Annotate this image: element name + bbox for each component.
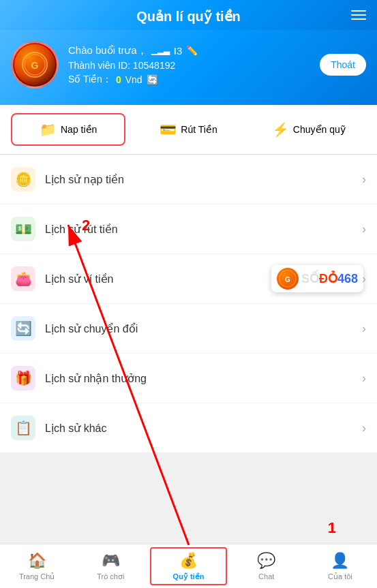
rut-icon: 💳 bbox=[160, 121, 177, 138]
menu-item-lich-su-rut[interactable]: 💵 Lịch sử rút tiền › bbox=[0, 204, 377, 254]
balance-amount: 0 bbox=[116, 74, 121, 85]
chuyen-history-icon: 🔄 bbox=[11, 316, 35, 341]
nav-quy-tien[interactable]: 💰 Quỹ tiền bbox=[150, 547, 226, 585]
refresh-icon[interactable]: 🔄 bbox=[147, 74, 158, 85]
tab-chuyen-label: Chuyển quỹ bbox=[293, 124, 346, 135]
header: Quản lí quỹ tiền bbox=[0, 0, 377, 30]
menu-line-2 bbox=[351, 14, 366, 16]
nhan-history-icon: 🎁 bbox=[11, 366, 35, 390]
chevron-icon-2: › bbox=[362, 222, 366, 236]
menu-item-lich-su-vi[interactable]: 👛 Lịch sử ví tiền G SỐĐỎ468 bbox=[0, 254, 377, 304]
content-area: 📁 Nap tiền 💳 Rút Tiền ⚡ Chuyển quỹ 🪙 Lịc… bbox=[0, 105, 377, 497]
tab-rut-label: Rút Tiền bbox=[181, 124, 217, 135]
bottom-nav: 🏠 Trang Chủ 🎮 Trò chơi 💰 Quỹ tiền 💬 Chat… bbox=[0, 544, 377, 588]
menu-line-3 bbox=[351, 18, 366, 20]
username: I3 bbox=[174, 45, 183, 57]
nap-history-icon: 🪙 bbox=[11, 167, 35, 191]
nav-cua-toi[interactable]: 👤 Của tôi bbox=[303, 544, 377, 588]
tab-section: 📁 Nap tiền 💳 Rút Tiền ⚡ Chuyển quỹ bbox=[0, 105, 377, 155]
rut-history-label: Lịch sử rút tiền bbox=[45, 223, 362, 236]
annotation-label-1: 1 bbox=[328, 519, 336, 537]
chuyen-icon: ⚡ bbox=[272, 121, 289, 138]
chevron-icon-5: › bbox=[362, 371, 366, 386]
avatar-inner: G bbox=[14, 44, 55, 85]
chevron-icon-1: › bbox=[362, 172, 366, 187]
user-balance-row: Số Tiền： 0 Vnd 🔄 bbox=[68, 74, 310, 86]
menu-item-lich-su-nap[interactable]: 🪙 Lịch sử nạp tiền › bbox=[0, 155, 377, 204]
user-info: Chào buổi trưa， ▁▂▃ I3 ✏️ Thành viên ID:… bbox=[68, 44, 310, 86]
svg-text:G: G bbox=[31, 60, 39, 71]
vi-history-icon: 👛 bbox=[11, 266, 35, 291]
user-id-row: Thành viên ID: 10548192 bbox=[68, 60, 310, 71]
chevron-icon-3: › bbox=[362, 272, 366, 286]
edit-icon[interactable]: ✏️ bbox=[186, 45, 198, 56]
page-wrapper: Quản lí quỹ tiền G Chào buổi trưa， ▁▂▃ I… bbox=[0, 0, 377, 588]
khac-history-label: Lịch sử khác bbox=[45, 422, 362, 435]
vi-history-label: Lịch sử ví tiền bbox=[45, 273, 362, 285]
nhan-history-label: Lịch sử nhận thưởng bbox=[45, 372, 362, 385]
nav-tro-choi-label: Trò chơi bbox=[97, 572, 124, 581]
menu-item-lich-su-khac[interactable]: 📋 Lịch sử khác › bbox=[0, 403, 377, 453]
logout-button[interactable]: Thoát bbox=[320, 54, 366, 76]
menu-line-1 bbox=[351, 10, 366, 12]
tab-rut-tien[interactable]: 💳 Rút Tiền bbox=[131, 113, 245, 146]
profile-icon: 👤 bbox=[331, 552, 349, 570]
home-icon: 🏠 bbox=[28, 552, 46, 570]
games-icon: 🎮 bbox=[102, 552, 120, 570]
tab-chuyen-quy[interactable]: ⚡ Chuyển quỹ bbox=[252, 113, 366, 146]
chevron-icon-6: › bbox=[362, 421, 366, 435]
chevron-icon-4: › bbox=[362, 322, 366, 336]
nav-chat-label: Chat bbox=[258, 572, 274, 581]
user-section: G Chào buổi trưa， ▁▂▃ I3 ✏️ Thành viên I… bbox=[0, 30, 377, 105]
nav-trang-chu[interactable]: 🏠 Trang Chủ bbox=[0, 544, 74, 588]
nap-history-label: Lịch sử nạp tiền bbox=[45, 173, 362, 186]
tab-nap-label: Nap tiền bbox=[61, 124, 97, 135]
wallet-icon: 💰 bbox=[179, 552, 198, 570]
nav-quy-tien-label: Quỹ tiền bbox=[173, 572, 205, 581]
menu-list: 🪙 Lịch sử nạp tiền › 💵 Lịch sử rút tiền … bbox=[0, 155, 377, 453]
avatar-logo-icon: G bbox=[21, 51, 48, 78]
rut-history-icon: 💵 bbox=[11, 217, 35, 241]
menu-item-lich-su-chuyen[interactable]: 🔄 Lịch sử chuyển đổi › bbox=[0, 304, 377, 354]
page-title: Quản lí quỹ tiền bbox=[136, 8, 241, 25]
tab-nap-tien[interactable]: 📁 Nap tiền bbox=[11, 113, 125, 146]
nap-icon: 📁 bbox=[40, 121, 57, 138]
nav-chat[interactable]: 💬 Chat bbox=[230, 544, 303, 588]
nav-cua-toi-label: Của tôi bbox=[328, 572, 352, 581]
nav-tro-choi[interactable]: 🎮 Trò chơi bbox=[74, 544, 147, 588]
nav-trang-chu-label: Trang Chủ bbox=[19, 572, 55, 581]
annotation-label-2: 2 bbox=[82, 217, 90, 234]
menu-item-lich-su-nhan[interactable]: 🎁 Lịch sử nhận thưởng › bbox=[0, 354, 377, 403]
chat-icon: 💬 bbox=[257, 552, 275, 570]
balance-currency: Vnd bbox=[125, 74, 142, 85]
chuyen-history-label: Lịch sử chuyển đổi bbox=[45, 322, 362, 335]
menu-button[interactable] bbox=[351, 10, 366, 20]
khac-history-icon: 📋 bbox=[11, 416, 35, 440]
signal-icon: ▁▂▃ bbox=[151, 46, 170, 55]
user-greeting: Chào buổi trưa， ▁▂▃ I3 ✏️ bbox=[68, 44, 310, 57]
avatar: G bbox=[11, 41, 59, 89]
